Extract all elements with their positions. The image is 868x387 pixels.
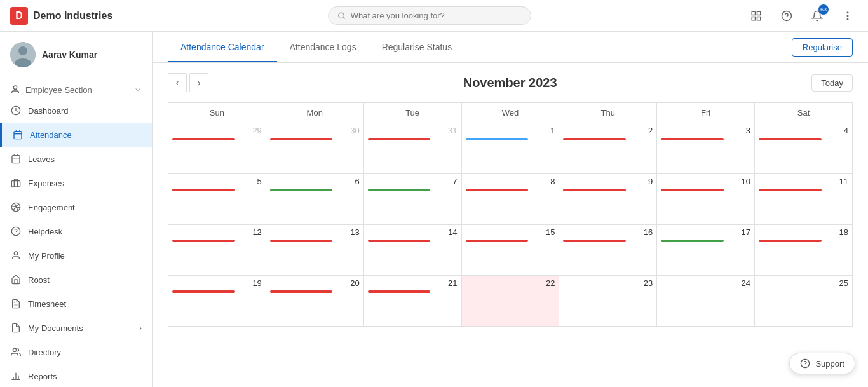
calendar-day[interactable]: 30 — [266, 123, 363, 174]
sidebar-item-roost[interactable]: Roost — [0, 268, 152, 292]
day-bar — [759, 138, 822, 140]
svg-point-30 — [13, 348, 16, 351]
day-bar — [368, 138, 431, 140]
tab-attendance-calendar[interactable]: Attendance Calendar — [168, 32, 277, 62]
calendar-area: ‹ › November 2023 Today Sun Mon Tue Wed … — [153, 63, 868, 387]
calendar-day[interactable]: 29 — [168, 123, 266, 174]
sidebar: Aarav Kumar Employee Section Dashb — [0, 32, 153, 387]
grid-icon[interactable] — [746, 6, 766, 26]
day-bar — [172, 189, 235, 191]
day-number: 6 — [270, 177, 360, 186]
calendar-day[interactable]: 20 — [266, 276, 363, 327]
day-number: 23 — [563, 278, 653, 288]
day-bar — [661, 189, 724, 191]
search-input[interactable] — [351, 11, 522, 20]
calendar-day[interactable]: 5 — [168, 174, 266, 225]
tab-attendance-logs[interactable]: Attendance Logs — [277, 32, 369, 62]
brand-logo: D — [10, 7, 28, 25]
day-number: 16 — [563, 227, 653, 237]
next-month-button[interactable]: › — [189, 73, 208, 92]
day-number: 10 — [661, 177, 750, 186]
svg-rect-4 — [757, 17, 760, 20]
sidebar-item-timesheet[interactable]: Timesheet — [0, 292, 152, 316]
day-bar — [270, 189, 333, 191]
sidebar-item-reports[interactable]: Reports — [0, 364, 152, 387]
calendar-day[interactable]: 1 — [461, 123, 559, 174]
day-bar — [563, 138, 626, 140]
timesheet-label: Timesheet — [28, 299, 66, 309]
regularise-button[interactable]: Regularise — [792, 38, 853, 57]
calendar-day[interactable]: 13 — [266, 225, 363, 276]
day-bar — [661, 138, 724, 140]
tab-regularise-status[interactable]: Regularise Status — [369, 32, 465, 62]
sidebar-item-my-documents[interactable]: My Documents › — [0, 316, 152, 340]
calendar-day[interactable]: 18 — [755, 225, 853, 276]
svg-point-11 — [18, 46, 27, 55]
svg-point-13 — [13, 86, 17, 89]
support-button[interactable]: Support — [789, 353, 855, 374]
sidebar-item-directory[interactable]: Directory — [0, 340, 152, 364]
calendar-day[interactable]: 11 — [755, 174, 853, 225]
svg-point-0 — [338, 13, 344, 18]
calendar-day[interactable]: 22 — [461, 276, 559, 327]
calendar-day[interactable]: 25 — [755, 276, 853, 327]
calendar-day[interactable]: 7 — [363, 174, 461, 225]
calendar-day[interactable]: 17 — [657, 225, 755, 276]
support-label: Support — [815, 359, 844, 369]
calendar-day[interactable]: 10 — [657, 174, 755, 225]
sidebar-item-attendance[interactable]: Attendance — [0, 123, 152, 147]
calendar-day[interactable]: 23 — [559, 276, 657, 327]
sidebar-item-helpdesk[interactable]: Helpdesk — [0, 219, 152, 243]
dashboard-icon — [10, 105, 22, 116]
expenses-label: Expenses — [28, 179, 64, 188]
calendar-day[interactable]: 9 — [559, 174, 657, 225]
calendar-week-3: 19202122232425 — [168, 276, 853, 327]
sidebar-item-engagement[interactable]: Engagement — [0, 195, 152, 219]
help-icon[interactable] — [776, 6, 797, 26]
engagement-icon — [10, 201, 22, 213]
attendance-label: Attendance — [30, 130, 72, 140]
more-menu-icon[interactable] — [837, 6, 858, 26]
chevron-down-icon — [134, 86, 142, 93]
search-bar[interactable] — [328, 6, 531, 25]
calendar-day[interactable]: 2 — [559, 123, 657, 174]
svg-point-7 — [847, 12, 848, 13]
day-bar — [563, 240, 626, 242]
day-bar — [466, 240, 529, 242]
calendar-day[interactable]: 21 — [363, 276, 461, 327]
notification-icon[interactable]: 63 — [807, 6, 827, 26]
prev-month-button[interactable]: ‹ — [168, 73, 187, 92]
sidebar-item-my-profile[interactable]: My Profile — [0, 243, 152, 268]
calendar-day[interactable]: 8 — [461, 174, 559, 225]
calendar-day[interactable]: 12 — [168, 225, 266, 276]
day-number: 14 — [368, 227, 458, 237]
documents-icon — [10, 322, 22, 334]
calendar-week-1: 567891011 — [168, 174, 853, 225]
expenses-icon — [10, 177, 22, 189]
calendar-day[interactable]: 3 — [657, 123, 755, 174]
helpdesk-icon — [10, 226, 22, 237]
user-name: Aarav Kumar — [42, 50, 97, 60]
my-documents-label: My Documents — [28, 323, 83, 333]
day-bar — [661, 240, 724, 242]
calendar-day[interactable]: 24 — [657, 276, 755, 327]
calendar-day[interactable]: 6 — [266, 174, 363, 225]
sidebar-item-dashboard[interactable]: Dashboard — [0, 98, 152, 123]
month-title: November 2023 — [463, 76, 557, 90]
day-number: 19 — [172, 278, 262, 288]
calendar-day[interactable]: 19 — [168, 276, 266, 327]
calendar-day[interactable]: 14 — [363, 225, 461, 276]
day-number: 22 — [466, 278, 555, 288]
sidebar-item-expenses[interactable]: Expenses — [0, 171, 152, 195]
calendar-day[interactable]: 16 — [559, 225, 657, 276]
day-bar — [368, 189, 431, 191]
top-header: D Demo Industries 6 — [0, 0, 868, 32]
calendar-day[interactable]: 15 — [461, 225, 559, 276]
sidebar-item-leaves[interactable]: Leaves — [0, 147, 152, 171]
day-bar — [270, 290, 333, 293]
calendar-day[interactable]: 4 — [755, 123, 853, 174]
employee-section-header[interactable]: Employee Section — [0, 78, 152, 98]
calendar-day[interactable]: 31 — [363, 123, 461, 174]
today-button[interactable]: Today — [811, 74, 853, 92]
helpdesk-label: Helpdesk — [28, 227, 62, 236]
